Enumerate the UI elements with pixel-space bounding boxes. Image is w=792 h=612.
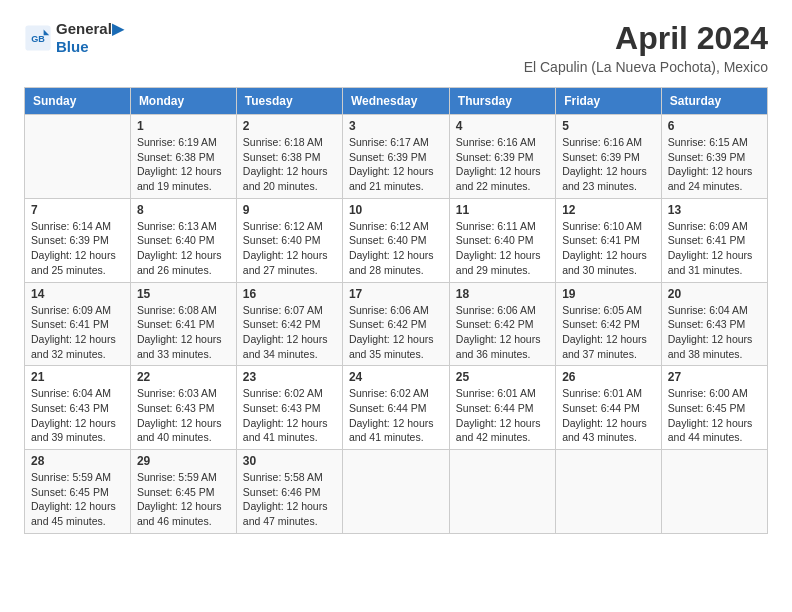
day-info: Sunrise: 5:59 AM Sunset: 6:45 PM Dayligh… <box>137 470 230 529</box>
table-row: 9Sunrise: 6:12 AM Sunset: 6:40 PM Daylig… <box>236 198 342 282</box>
day-number: 4 <box>456 119 549 133</box>
day-number: 23 <box>243 370 336 384</box>
day-info: Sunrise: 6:06 AM Sunset: 6:42 PM Dayligh… <box>349 303 443 362</box>
table-row: 10Sunrise: 6:12 AM Sunset: 6:40 PM Dayli… <box>342 198 449 282</box>
day-info: Sunrise: 6:01 AM Sunset: 6:44 PM Dayligh… <box>562 386 655 445</box>
day-number: 14 <box>31 287 124 301</box>
calendar-week-row: 28Sunrise: 5:59 AM Sunset: 6:45 PM Dayli… <box>25 450 768 534</box>
table-row: 3Sunrise: 6:17 AM Sunset: 6:39 PM Daylig… <box>342 115 449 199</box>
col-wednesday: Wednesday <box>342 88 449 115</box>
day-number: 5 <box>562 119 655 133</box>
table-row: 26Sunrise: 6:01 AM Sunset: 6:44 PM Dayli… <box>556 366 662 450</box>
table-row: 13Sunrise: 6:09 AM Sunset: 6:41 PM Dayli… <box>661 198 767 282</box>
day-number: 6 <box>668 119 761 133</box>
day-number: 27 <box>668 370 761 384</box>
day-info: Sunrise: 6:00 AM Sunset: 6:45 PM Dayligh… <box>668 386 761 445</box>
day-info: Sunrise: 6:17 AM Sunset: 6:39 PM Dayligh… <box>349 135 443 194</box>
day-number: 28 <box>31 454 124 468</box>
table-row: 24Sunrise: 6:02 AM Sunset: 6:44 PM Dayli… <box>342 366 449 450</box>
day-info: Sunrise: 6:15 AM Sunset: 6:39 PM Dayligh… <box>668 135 761 194</box>
logo-text: General▶ Blue <box>56 20 124 55</box>
table-row: 22Sunrise: 6:03 AM Sunset: 6:43 PM Dayli… <box>130 366 236 450</box>
day-number: 12 <box>562 203 655 217</box>
day-info: Sunrise: 6:11 AM Sunset: 6:40 PM Dayligh… <box>456 219 549 278</box>
day-number: 21 <box>31 370 124 384</box>
col-sunday: Sunday <box>25 88 131 115</box>
table-row: 4Sunrise: 6:16 AM Sunset: 6:39 PM Daylig… <box>449 115 555 199</box>
table-row: 11Sunrise: 6:11 AM Sunset: 6:40 PM Dayli… <box>449 198 555 282</box>
calendar-header-row: Sunday Monday Tuesday Wednesday Thursday… <box>25 88 768 115</box>
table-row <box>342 450 449 534</box>
table-row: 17Sunrise: 6:06 AM Sunset: 6:42 PM Dayli… <box>342 282 449 366</box>
table-row: 1Sunrise: 6:19 AM Sunset: 6:38 PM Daylig… <box>130 115 236 199</box>
calendar-subtitle: El Capulin (La Nueva Pochota), Mexico <box>524 59 768 75</box>
col-saturday: Saturday <box>661 88 767 115</box>
day-info: Sunrise: 6:03 AM Sunset: 6:43 PM Dayligh… <box>137 386 230 445</box>
day-number: 13 <box>668 203 761 217</box>
day-info: Sunrise: 6:06 AM Sunset: 6:42 PM Dayligh… <box>456 303 549 362</box>
day-number: 10 <box>349 203 443 217</box>
svg-text:GB: GB <box>31 34 45 44</box>
day-info: Sunrise: 6:05 AM Sunset: 6:42 PM Dayligh… <box>562 303 655 362</box>
day-number: 24 <box>349 370 443 384</box>
day-number: 19 <box>562 287 655 301</box>
table-row: 7Sunrise: 6:14 AM Sunset: 6:39 PM Daylig… <box>25 198 131 282</box>
day-info: Sunrise: 6:14 AM Sunset: 6:39 PM Dayligh… <box>31 219 124 278</box>
title-area: April 2024 El Capulin (La Nueva Pochota)… <box>524 20 768 75</box>
table-row: 21Sunrise: 6:04 AM Sunset: 6:43 PM Dayli… <box>25 366 131 450</box>
day-info: Sunrise: 6:04 AM Sunset: 6:43 PM Dayligh… <box>31 386 124 445</box>
table-row: 25Sunrise: 6:01 AM Sunset: 6:44 PM Dayli… <box>449 366 555 450</box>
table-row <box>25 115 131 199</box>
day-number: 29 <box>137 454 230 468</box>
col-tuesday: Tuesday <box>236 88 342 115</box>
calendar-week-row: 14Sunrise: 6:09 AM Sunset: 6:41 PM Dayli… <box>25 282 768 366</box>
col-monday: Monday <box>130 88 236 115</box>
calendar-table: Sunday Monday Tuesday Wednesday Thursday… <box>24 87 768 534</box>
table-row: 5Sunrise: 6:16 AM Sunset: 6:39 PM Daylig… <box>556 115 662 199</box>
table-row <box>449 450 555 534</box>
day-info: Sunrise: 6:16 AM Sunset: 6:39 PM Dayligh… <box>456 135 549 194</box>
day-info: Sunrise: 6:04 AM Sunset: 6:43 PM Dayligh… <box>668 303 761 362</box>
logo: GB General▶ Blue <box>24 20 124 55</box>
day-number: 20 <box>668 287 761 301</box>
day-number: 7 <box>31 203 124 217</box>
day-number: 15 <box>137 287 230 301</box>
day-info: Sunrise: 5:59 AM Sunset: 6:45 PM Dayligh… <box>31 470 124 529</box>
day-info: Sunrise: 6:13 AM Sunset: 6:40 PM Dayligh… <box>137 219 230 278</box>
day-info: Sunrise: 5:58 AM Sunset: 6:46 PM Dayligh… <box>243 470 336 529</box>
day-number: 1 <box>137 119 230 133</box>
table-row: 28Sunrise: 5:59 AM Sunset: 6:45 PM Dayli… <box>25 450 131 534</box>
day-info: Sunrise: 6:02 AM Sunset: 6:44 PM Dayligh… <box>349 386 443 445</box>
day-info: Sunrise: 6:18 AM Sunset: 6:38 PM Dayligh… <box>243 135 336 194</box>
col-thursday: Thursday <box>449 88 555 115</box>
calendar-week-row: 21Sunrise: 6:04 AM Sunset: 6:43 PM Dayli… <box>25 366 768 450</box>
calendar-week-row: 7Sunrise: 6:14 AM Sunset: 6:39 PM Daylig… <box>25 198 768 282</box>
day-info: Sunrise: 6:09 AM Sunset: 6:41 PM Dayligh… <box>31 303 124 362</box>
day-info: Sunrise: 6:02 AM Sunset: 6:43 PM Dayligh… <box>243 386 336 445</box>
table-row: 2Sunrise: 6:18 AM Sunset: 6:38 PM Daylig… <box>236 115 342 199</box>
table-row: 20Sunrise: 6:04 AM Sunset: 6:43 PM Dayli… <box>661 282 767 366</box>
table-row: 16Sunrise: 6:07 AM Sunset: 6:42 PM Dayli… <box>236 282 342 366</box>
table-row: 6Sunrise: 6:15 AM Sunset: 6:39 PM Daylig… <box>661 115 767 199</box>
table-row <box>661 450 767 534</box>
table-row: 19Sunrise: 6:05 AM Sunset: 6:42 PM Dayli… <box>556 282 662 366</box>
day-info: Sunrise: 6:08 AM Sunset: 6:41 PM Dayligh… <box>137 303 230 362</box>
table-row: 12Sunrise: 6:10 AM Sunset: 6:41 PM Dayli… <box>556 198 662 282</box>
table-row: 27Sunrise: 6:00 AM Sunset: 6:45 PM Dayli… <box>661 366 767 450</box>
day-number: 25 <box>456 370 549 384</box>
day-number: 9 <box>243 203 336 217</box>
calendar-week-row: 1Sunrise: 6:19 AM Sunset: 6:38 PM Daylig… <box>25 115 768 199</box>
table-row: 18Sunrise: 6:06 AM Sunset: 6:42 PM Dayli… <box>449 282 555 366</box>
header: GB General▶ Blue April 2024 El Capulin (… <box>24 20 768 75</box>
table-row: 15Sunrise: 6:08 AM Sunset: 6:41 PM Dayli… <box>130 282 236 366</box>
day-number: 30 <box>243 454 336 468</box>
day-info: Sunrise: 6:12 AM Sunset: 6:40 PM Dayligh… <box>243 219 336 278</box>
day-info: Sunrise: 6:19 AM Sunset: 6:38 PM Dayligh… <box>137 135 230 194</box>
day-number: 22 <box>137 370 230 384</box>
day-info: Sunrise: 6:09 AM Sunset: 6:41 PM Dayligh… <box>668 219 761 278</box>
day-number: 2 <box>243 119 336 133</box>
day-number: 18 <box>456 287 549 301</box>
table-row: 30Sunrise: 5:58 AM Sunset: 6:46 PM Dayli… <box>236 450 342 534</box>
day-number: 3 <box>349 119 443 133</box>
day-number: 17 <box>349 287 443 301</box>
